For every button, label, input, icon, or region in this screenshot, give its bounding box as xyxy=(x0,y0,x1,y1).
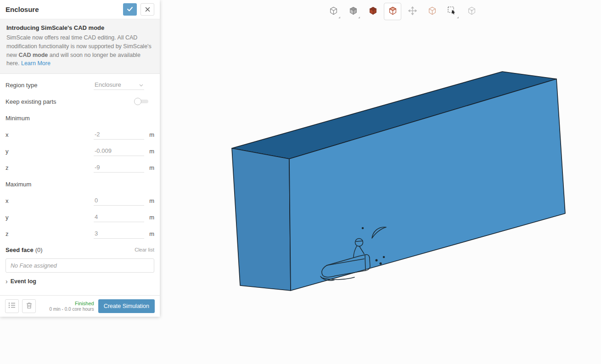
seed-face-row: Seed face (0) Clear list xyxy=(0,242,160,258)
group-cube-button[interactable] xyxy=(463,3,480,20)
min-x-row: x m xyxy=(0,126,160,143)
shaded-cube-button[interactable] xyxy=(344,3,362,20)
seed-face-placeholder: No Face assigned xyxy=(11,263,57,269)
confirm-button[interactable] xyxy=(123,3,137,16)
run-status: Finished 0 min - 0.0 core hours xyxy=(49,301,94,312)
region-type-label: Region type xyxy=(6,82,94,89)
box-select-button[interactable] xyxy=(443,3,461,20)
maximum-section-header: Maximum xyxy=(0,176,160,192)
event-log-label: Event log xyxy=(11,278,36,285)
max-z-row: z m xyxy=(0,225,160,242)
axis-label: x xyxy=(6,197,94,204)
axis-label: y xyxy=(6,148,94,155)
min-z-row: z m xyxy=(0,159,160,176)
chevron-down-icon xyxy=(139,81,143,88)
event-log-toggle[interactable]: › Event log xyxy=(0,273,160,290)
unit-label: m xyxy=(144,148,154,155)
enclosure-settings-panel: Enclosure Introducing SimScale's CAD mod… xyxy=(0,0,160,317)
orientation-cube-icon xyxy=(329,6,338,17)
solid-model-cube-icon xyxy=(369,6,377,17)
banner-body: SimScale now offers real time CAD editin… xyxy=(6,34,153,68)
minimum-label: Minimum xyxy=(6,115,154,122)
minimum-section-header: Minimum xyxy=(0,110,160,126)
unit-label: m xyxy=(144,230,154,237)
maximum-label: Maximum xyxy=(6,181,154,188)
max-x-input[interactable] xyxy=(94,196,144,206)
unit-label: m xyxy=(144,214,154,221)
list-icon xyxy=(8,302,16,310)
shaded-cube-icon xyxy=(349,6,358,17)
min-y-row: y m xyxy=(0,143,160,159)
cancel-button[interactable] xyxy=(140,3,154,16)
move-entity-icon xyxy=(408,6,417,17)
panel-header: Enclosure xyxy=(0,0,160,19)
keep-existing-parts-toggle[interactable] xyxy=(134,98,150,105)
seed-face-label: Seed face xyxy=(6,246,34,253)
seed-face-count: (0) xyxy=(35,246,135,253)
learn-more-link[interactable]: Learn More xyxy=(21,60,51,67)
min-x-input[interactable] xyxy=(94,129,144,140)
move-entity-button[interactable] xyxy=(404,3,421,20)
keep-existing-parts-label: Keep existing parts xyxy=(6,98,134,105)
check-icon xyxy=(127,6,133,14)
status-meta: 0 min - 0.0 core hours xyxy=(49,307,94,312)
keep-existing-parts-row: Keep existing parts xyxy=(0,93,160,110)
region-type-select[interactable]: Enclosure xyxy=(94,80,144,90)
banner-title: Introducing SimScale's CAD mode xyxy=(6,24,153,31)
unit-label: m xyxy=(144,164,154,171)
box-select-icon xyxy=(447,6,456,17)
region-type-row: Region type Enclosure m xyxy=(0,77,160,93)
min-z-input[interactable] xyxy=(94,162,144,173)
group-cube-icon xyxy=(467,6,476,17)
close-icon xyxy=(145,6,150,14)
event-list-button[interactable] xyxy=(5,299,19,313)
max-z-input[interactable] xyxy=(94,229,144,239)
axis-label: y xyxy=(6,214,94,221)
create-simulation-button[interactable]: Create Simulation xyxy=(98,299,155,313)
dropdown-mark-icon xyxy=(338,17,340,18)
chevron-right-icon: › xyxy=(6,278,8,285)
axis-label: z xyxy=(6,164,94,171)
panel-title: Enclosure xyxy=(6,6,119,13)
axis-label: x xyxy=(6,131,94,138)
max-y-row: y m xyxy=(0,209,160,225)
view-toolbar xyxy=(325,3,480,20)
max-y-input[interactable] xyxy=(94,212,144,222)
axis-label: z xyxy=(6,230,94,237)
unit-label: m xyxy=(144,197,154,204)
seed-face-dropzone[interactable]: No Face assigned xyxy=(6,258,154,273)
transparent-cube-button[interactable] xyxy=(423,3,441,20)
max-x-row: x m xyxy=(0,192,160,209)
highlighted-model-cube-button[interactable] xyxy=(384,3,401,20)
trash-icon xyxy=(26,302,32,311)
transparent-cube-icon xyxy=(428,6,437,17)
dropdown-mark-icon xyxy=(457,17,459,18)
panel-footer: Finished 0 min - 0.0 core hours Create S… xyxy=(0,295,160,317)
cad-mode-banner: Introducing SimScale's CAD mode SimScale… xyxy=(0,19,160,74)
dropdown-mark-icon xyxy=(358,17,360,18)
delete-button[interactable] xyxy=(22,299,36,313)
highlighted-model-cube-icon xyxy=(388,6,397,17)
solid-model-cube-button[interactable] xyxy=(364,3,382,20)
orientation-cube-button[interactable] xyxy=(325,3,342,20)
min-y-input[interactable] xyxy=(94,146,144,156)
enclosure-left-face[interactable] xyxy=(232,148,291,291)
status-finished: Finished xyxy=(49,301,94,306)
unit-label: m xyxy=(144,131,154,138)
clear-list-button[interactable]: Clear list xyxy=(135,247,154,252)
